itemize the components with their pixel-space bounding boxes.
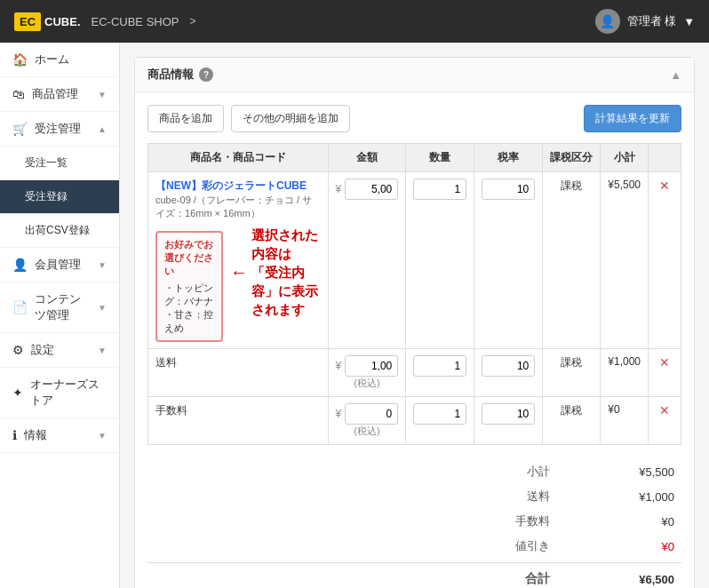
- fee-value: ¥0: [603, 515, 674, 528]
- sidebar-item-label: 設定: [31, 342, 54, 358]
- add-product-button[interactable]: 商品を追加: [147, 105, 224, 132]
- fee-qty-input[interactable]: [413, 403, 466, 425]
- fee-delete-cell: ✕: [649, 397, 681, 445]
- sidebar-item-label: 商品管理: [32, 86, 78, 102]
- fee-taxrate-input[interactable]: [482, 403, 535, 425]
- sidebar-item-owner-store[interactable]: ✦ オーナーズストア: [0, 368, 119, 418]
- sidebar-item-contents[interactable]: 📄 コンテンツ管理 ▼: [0, 282, 119, 333]
- products-icon: 🛍: [12, 87, 25, 101]
- shipping-taxrate-cell: [474, 349, 543, 397]
- discount-label: 値引き: [479, 538, 550, 554]
- help-icon[interactable]: ?: [199, 68, 213, 82]
- summary-discount: 値引き ¥0: [147, 534, 681, 559]
- delete-button[interactable]: ✕: [656, 179, 673, 193]
- admin-avatar: 👤: [595, 9, 620, 34]
- sidebar-item-products[interactable]: 🛍 商品管理 ▼: [0, 77, 119, 112]
- shipping-qty-input[interactable]: [413, 355, 466, 377]
- shipping-subtotal-cell: ¥1,000: [601, 349, 649, 397]
- sidebar-item-label: コンテンツ管理: [35, 291, 91, 323]
- sidebar-item-shipping-csv[interactable]: 出荷CSV登録: [0, 214, 119, 248]
- layout: 🏠 ホーム 🛍 商品管理 ▼ 🛒 受注管理 ▲ 受注一覧 受注登録 出荷CSV登…: [0, 43, 709, 588]
- summary-section: 小計 ¥5,500 送料 ¥1,000 手数料 ¥0 値引き ¥0: [147, 459, 681, 588]
- admin-chevron[interactable]: ▼: [683, 15, 695, 28]
- header-left: EC CUBE. EC-CUBE SHOP >: [14, 12, 196, 31]
- sidebar-item-label: 受注一覧: [25, 155, 68, 171]
- option-annotation-row: お好みでお選びください ・トッピング：バナナ ・甘さ：控えめ ← 選択された内容…: [155, 226, 321, 342]
- info-icon: ℹ: [12, 428, 17, 442]
- fee-label-cell: 手数料: [148, 397, 329, 445]
- shipping-qty-cell: [406, 349, 474, 397]
- yen-sign: ¥: [336, 183, 342, 195]
- product-price-cell: ¥: [328, 172, 406, 349]
- col-tax-type: 課税区分: [543, 144, 601, 172]
- col-qty: 数量: [406, 144, 474, 172]
- qty-input[interactable]: [413, 179, 466, 200]
- product-name-cell: 【NEW】彩のジェラートCUBE cube-09 /（フレーバー：チョコ / サ…: [148, 172, 329, 349]
- product-code: cube-09 /（フレーバー：チョコ / サイズ：16mm × 16mm）: [155, 194, 321, 220]
- price-input-wrap: ¥: [336, 179, 399, 200]
- sidebar-item-settings[interactable]: ⚙ 設定 ▼: [0, 333, 119, 368]
- product-name-link[interactable]: 【NEW】彩のジェラートCUBE: [155, 179, 307, 192]
- yen-sign: ¥: [336, 360, 342, 372]
- header-right: 👤 管理者 様 ▼: [595, 9, 696, 34]
- chevron-up-icon: ▲: [98, 124, 107, 134]
- fee-price-input[interactable]: [345, 403, 398, 425]
- sidebar-item-members[interactable]: 👤 会員管理 ▼: [0, 248, 119, 282]
- shipping-value: ¥1,000: [603, 490, 674, 504]
- annotation-line1: 選択された内容は: [251, 226, 321, 263]
- summary-divider1: [147, 562, 681, 563]
- col-price: 金額: [328, 144, 406, 172]
- col-tax-rate: 税率: [474, 144, 543, 172]
- option-title: お好みでお選びください: [164, 238, 214, 278]
- recalc-button[interactable]: 計算結果を更新: [584, 105, 681, 132]
- shipping-price-input[interactable]: [345, 355, 398, 377]
- annotation-text: 選択された内容は 「受注内容」に表示されます: [251, 226, 321, 319]
- sidebar-item-home[interactable]: 🏠 ホーム: [0, 43, 119, 77]
- price-input[interactable]: [345, 179, 398, 200]
- card-title-text: 商品情報: [147, 67, 194, 83]
- shipping-price-wrap: ¥: [336, 355, 399, 377]
- sidebar: 🏠 ホーム 🛍 商品管理 ▼ 🛒 受注管理 ▲ 受注一覧 受注登録 出荷CSV登…: [0, 43, 120, 588]
- discount-value: ¥0: [603, 540, 674, 553]
- product-qty-cell: [406, 172, 474, 349]
- product-table: 商品名・商品コード 金額 数量 税率 課税区分 小計: [147, 143, 681, 445]
- table-row: 【NEW】彩のジェラートCUBE cube-09 /（フレーバー：チョコ / サ…: [148, 172, 681, 349]
- product-taxrate-cell: [474, 172, 543, 349]
- option-item-2: ・甘さ：控えめ: [164, 308, 214, 335]
- card-body: 商品を追加 その他の明細を追加 計算結果を更新 商品名・商品コード 金額 数量 …: [135, 92, 694, 588]
- logo-ec: EC: [14, 12, 41, 31]
- sidebar-item-order-list[interactable]: 受注一覧: [0, 147, 119, 180]
- product-delete-cell: ✕: [649, 172, 681, 349]
- fee-delete-button[interactable]: ✕: [656, 403, 673, 417]
- summary-subtotal: 小計 ¥5,500: [147, 459, 681, 484]
- col-delete: [649, 144, 681, 172]
- fee-taxtype-cell: 課税: [543, 397, 601, 445]
- shipping-delete-button[interactable]: ✕: [656, 355, 673, 369]
- chevron-down-icon: ▼: [98, 431, 107, 441]
- collapse-icon[interactable]: ▲: [670, 68, 681, 82]
- shipping-taxtype-cell: 課税: [543, 349, 601, 397]
- table-row-fee: 手数料 ¥ (税込): [148, 397, 681, 445]
- total-value: ¥6,500: [603, 573, 674, 586]
- add-detail-button[interactable]: その他の明細を追加: [231, 105, 350, 132]
- logo-cube: CUBE.: [44, 15, 80, 28]
- table-row-shipping: 送料 ¥ (税込): [148, 349, 681, 397]
- taxrate-input[interactable]: [482, 179, 535, 200]
- sidebar-item-orders[interactable]: 🛒 受注管理 ▲: [0, 112, 119, 147]
- chevron-down-icon: ▼: [98, 303, 107, 313]
- fee-subtotal-cell: ¥0: [601, 397, 649, 445]
- home-icon: 🏠: [12, 52, 28, 67]
- sidebar-item-info[interactable]: ℹ 情報 ▼: [0, 418, 119, 453]
- sidebar-item-order-register[interactable]: 受注登録: [0, 180, 119, 214]
- admin-label: 管理者 様: [627, 13, 677, 29]
- chevron-down-icon: ▼: [98, 260, 107, 270]
- sidebar-item-label: 出荷CSV登録: [25, 223, 90, 238]
- shipping-label: 送料: [479, 489, 550, 505]
- shipping-taxrate-input[interactable]: [482, 355, 535, 377]
- product-taxtype-cell: 課税: [543, 172, 601, 349]
- fee-tax-incl: (税込): [336, 425, 399, 438]
- card-header: 商品情報 ? ▲: [135, 58, 694, 92]
- main-content: 商品情報 ? ▲ 商品を追加 その他の明細を追加 計算結果を更新 商品名・商品コ…: [120, 43, 709, 588]
- col-product-name: 商品名・商品コード: [148, 144, 329, 172]
- orders-icon: 🛒: [12, 122, 28, 136]
